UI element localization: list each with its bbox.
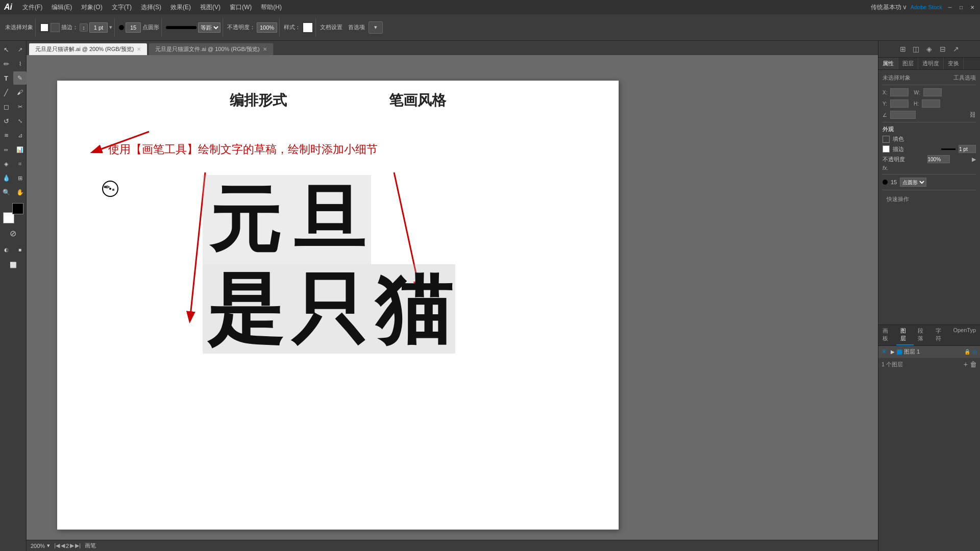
fill-icon[interactable] [883, 136, 890, 143]
text-tool[interactable]: T [0, 71, 13, 85]
zoom-dropdown[interactable]: ▾ [47, 542, 50, 549]
more-options-btn[interactable]: ▾ [369, 21, 383, 34]
tab-transform[interactable]: 变换 [944, 58, 964, 69]
stroke-square-btn[interactable] [51, 23, 60, 32]
last-page-btn[interactable]: ▶| [75, 542, 81, 549]
h-input[interactable] [922, 99, 940, 108]
close-button[interactable]: ✕ [969, 4, 976, 11]
prev-page-btn[interactable]: ◀ [61, 542, 65, 549]
add-layer-btn[interactable]: + [964, 360, 968, 368]
scissors-tool[interactable]: ✂ [13, 100, 27, 113]
stroke-type-select[interactable]: 等距 [198, 22, 220, 33]
tab1-close[interactable]: ✕ [137, 46, 141, 52]
layer-item-1[interactable]: 👁 ▶ 图层 1 🔒 ◎ [878, 346, 980, 358]
stroke-width-input-panel[interactable] [959, 145, 976, 153]
tab-doc1[interactable]: 元旦是只猫讲解.ai @ 200% (RGB/预览) ✕ [29, 43, 148, 55]
menu-text[interactable]: 文字(T) [108, 2, 136, 13]
line-tool[interactable]: ╱ [0, 86, 13, 99]
properties-icon[interactable]: ⊞ [897, 43, 909, 55]
brush-tool[interactable]: ✎ [13, 71, 27, 85]
no-color-btn[interactable]: ⊘ [7, 227, 20, 240]
direct-selection-tool[interactable]: ↗ [13, 43, 27, 56]
next-page-btn[interactable]: ▶ [70, 542, 74, 549]
layer-target-icon[interactable]: ◎ [972, 349, 977, 355]
width-tool[interactable]: ⊿ [13, 129, 27, 142]
delete-layer-btn[interactable]: 🗑 [970, 360, 977, 368]
menu-window[interactable]: 窗口(W) [226, 2, 256, 13]
blend-tool[interactable]: ∞ [0, 143, 13, 156]
angle-input[interactable] [890, 111, 916, 119]
menu-help[interactable]: 帮助(H) [257, 2, 286, 13]
layer-visibility-icon[interactable]: 👁 [881, 348, 889, 356]
color-mode-btn[interactable]: ◐ [0, 243, 13, 256]
first-choice-btn[interactable]: 首选项 [348, 23, 365, 31]
stroke-color-btn[interactable] [40, 23, 49, 32]
layer-name[interactable]: 图层 1 [904, 348, 962, 356]
brush-size-input[interactable]: 15 [126, 22, 141, 33]
menu-effect[interactable]: 效果(E) [166, 2, 195, 13]
tab-artboard[interactable]: 画板 [878, 325, 896, 345]
curvature-tool[interactable]: ⌇ [13, 57, 27, 70]
scale-tool[interactable]: ⤡ [13, 114, 27, 128]
y-input[interactable] [890, 99, 909, 108]
tab-transparency[interactable]: 透明度 [918, 58, 944, 69]
libraries-icon[interactable]: ◫ [910, 43, 922, 55]
foreground-color-swatch[interactable] [12, 203, 23, 214]
tool-pair-select: ↖ ↗ [0, 43, 27, 56]
brush-type-select-panel[interactable]: 点圆形 [900, 178, 926, 187]
assets-icon[interactable]: ◈ [923, 43, 936, 55]
adobe-stock-link[interactable]: Adobe Stock [911, 4, 942, 10]
hand-tool[interactable]: ✋ [13, 186, 27, 199]
x-input[interactable] [890, 88, 909, 96]
layer-lock-icon[interactable]: 🔒 [964, 349, 970, 355]
tab-opentype[interactable]: OpenTyp [949, 325, 980, 345]
tab-paragraph[interactable]: 段落 [914, 325, 932, 345]
first-page-btn[interactable]: |◀ [54, 542, 60, 549]
menu-select[interactable]: 选择(S) [137, 2, 165, 13]
graph-tool[interactable]: 📊 [13, 143, 27, 156]
tab-char[interactable]: 字符 [932, 325, 949, 345]
app-title: 传统基本功 v [871, 3, 906, 12]
stroke-icon[interactable] [883, 145, 890, 153]
tab1-label: 元旦是只猫讲解.ai @ 200% (RGB/预览) [35, 45, 134, 53]
pen-tool[interactable]: ✏ [0, 57, 13, 70]
artboard-view-btn[interactable]: ⬜ [7, 258, 20, 271]
layers-icon[interactable]: ⊟ [937, 43, 949, 55]
canvas-container[interactable]: 编排形式 笔画风格 使用【画笔工具】绘制文字的草稿，绘制时添加小细节 [27, 55, 878, 540]
canvas-headings: 编排形式 笔画风格 [230, 91, 446, 110]
layer-expand-arrow[interactable]: ▶ [891, 349, 895, 355]
opacity-label-panel: 不透明度 [883, 156, 905, 163]
tab2-close[interactable]: ✕ [263, 46, 267, 52]
menu-file[interactable]: 文件(F) [18, 2, 46, 13]
maximize-button[interactable]: □ [958, 4, 965, 11]
menu-view[interactable]: 视图(V) [196, 2, 225, 13]
opacity-input[interactable]: 100% [257, 22, 277, 33]
char-zhi-box: 只 [287, 264, 371, 354]
mesh-tool[interactable]: ⌗ [13, 157, 27, 170]
menu-edit[interactable]: 编辑(E) [47, 2, 76, 13]
w-input[interactable] [923, 88, 942, 96]
zoom-tool[interactable]: 🔍 [0, 186, 13, 199]
rotate-tool[interactable]: ↺ [0, 114, 13, 128]
warp-tool[interactable]: ≋ [0, 129, 13, 142]
gradient-fill-btn[interactable]: ■ [13, 243, 27, 256]
measure-tool[interactable]: ⊞ [13, 171, 27, 185]
tab-properties[interactable]: 属性 [878, 58, 898, 69]
stroke-width-spinner[interactable]: ↕ [80, 23, 88, 32]
gradient-tool[interactable]: ◈ [0, 157, 13, 170]
layers-panel-tabs: 画板 图层 段落 字符 OpenTyp [878, 325, 980, 346]
menu-object[interactable]: 对象(O) [77, 2, 106, 13]
tab-layers[interactable]: 图层 [896, 325, 914, 345]
tab-doc2[interactable]: 元旦是只猫源文件.ai @ 100% (RGB/预览) ✕ [149, 43, 273, 55]
tab-layers-top[interactable]: 图层 [898, 58, 918, 69]
minimize-button[interactable]: ─ [946, 4, 953, 11]
doc-settings-btn[interactable]: 文档设置 [320, 23, 342, 31]
selection-tool[interactable]: ↖ [0, 43, 13, 56]
eraser-tool[interactable]: ◻ [0, 100, 13, 113]
opacity-input-panel[interactable] [927, 155, 950, 163]
paintbrush-tool[interactable]: 🖌 [13, 86, 27, 99]
style-preview[interactable] [302, 22, 313, 33]
eyedropper-tool[interactable]: 💧 [0, 171, 13, 185]
stroke-width-input[interactable]: 1 pt [89, 22, 108, 33]
export-icon[interactable]: ↗ [950, 43, 962, 55]
